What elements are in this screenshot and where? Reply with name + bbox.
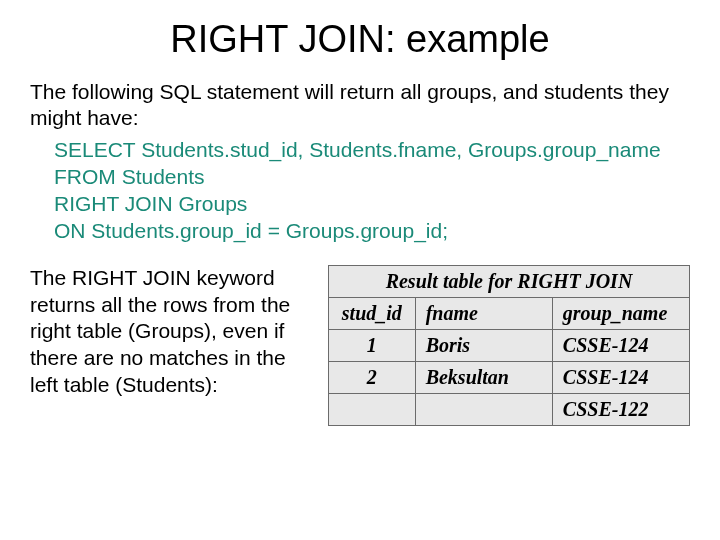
- sql-block: SELECT Students.stud_id, Students.fname,…: [54, 136, 690, 245]
- cell-fname: Boris: [415, 329, 552, 361]
- col-header-stud-id: stud_id: [329, 297, 416, 329]
- cell-group-name: CSSE-122: [552, 393, 689, 425]
- page-title: RIGHT JOIN: example: [30, 18, 690, 61]
- cell-fname: Beksultan: [415, 361, 552, 393]
- result-table-wrapper: Result table for RIGHT JOIN stud_id fnam…: [328, 265, 690, 426]
- intro-text: The following SQL statement will return …: [30, 79, 690, 132]
- sql-line-2: FROM Students: [54, 163, 690, 190]
- table-caption: Result table for RIGHT JOIN: [329, 265, 690, 297]
- explanation-text: The RIGHT JOIN keyword returns all the r…: [30, 265, 310, 399]
- table-row: 1 Boris CSSE-124: [329, 329, 690, 361]
- table-header-row: stud_id fname group_name: [329, 297, 690, 329]
- cell-stud-id: 2: [329, 361, 416, 393]
- cell-group-name: CSSE-124: [552, 329, 689, 361]
- sql-line-4: ON Students.group_id = Groups.group_id;: [54, 217, 690, 244]
- col-header-group-name: group_name: [552, 297, 689, 329]
- cell-stud-id: 1: [329, 329, 416, 361]
- table-caption-row: Result table for RIGHT JOIN: [329, 265, 690, 297]
- cell-stud-id: [329, 393, 416, 425]
- sql-line-3: RIGHT JOIN Groups: [54, 190, 690, 217]
- cell-group-name: CSSE-124: [552, 361, 689, 393]
- result-table: Result table for RIGHT JOIN stud_id fnam…: [328, 265, 690, 426]
- col-header-fname: fname: [415, 297, 552, 329]
- table-row: 2 Beksultan CSSE-124: [329, 361, 690, 393]
- table-row: CSSE-122: [329, 393, 690, 425]
- cell-fname: [415, 393, 552, 425]
- sql-line-1: SELECT Students.stud_id, Students.fname,…: [54, 136, 690, 163]
